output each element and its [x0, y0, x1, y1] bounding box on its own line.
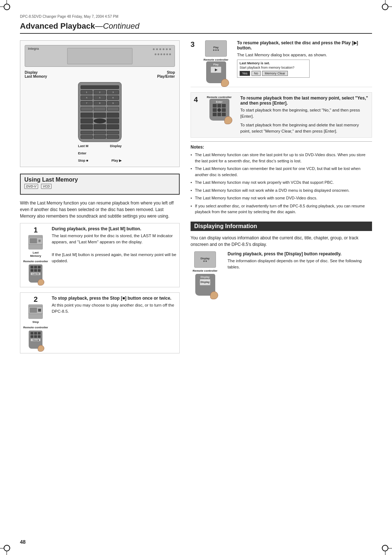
disp-step-row: Display Remote controller Display Displa… — [191, 251, 372, 296]
corner-registration-br — [382, 545, 388, 551]
remote-bottom-btns — [81, 131, 119, 139]
notes-section: Notes: The Last Memory function can stor… — [191, 141, 372, 215]
displaying-info-section: Displaying Information You can display v… — [191, 222, 372, 296]
step-3-body: The Last Memory dialog box appears, as s… — [237, 52, 372, 58]
disp-step-remote: Display Display — [195, 274, 215, 296]
dialog-buttons: Yes No Memory Clear — [240, 71, 307, 76]
corner-registration-tl — [4, 4, 10, 10]
device-dots-row2 — [155, 53, 171, 55]
disp-step-icon-col: Display Remote controller Display Displa… — [191, 251, 220, 296]
step-2-badge: 2 — [34, 296, 38, 303]
disp-step-body: The information displayed depends on the… — [228, 258, 372, 271]
device-logo: Integra — [28, 47, 39, 50]
section-title-main: Advanced Playback — [20, 21, 95, 31]
note-item-2: The Last Memory function can remember th… — [191, 166, 372, 178]
step-2-row: 2 Stop Remote controller — [20, 292, 180, 353]
step-4-body2: To start playback from the beginning and… — [240, 122, 369, 135]
disp-remote-btn: Display — [200, 279, 211, 285]
step-3-play-label: Play — [213, 63, 219, 66]
note-item-6: If you select another disc, or inadverte… — [191, 203, 372, 215]
step-3-remote: Play ▶ — [206, 61, 226, 83]
step-3-finger — [221, 79, 229, 87]
step-4-enter-label: Enter — [216, 101, 222, 103]
step-1-device-icon — [28, 235, 43, 250]
dialog-no-btn[interactable]: No — [252, 71, 261, 76]
displaying-info-intro: You can display various information abou… — [191, 235, 372, 248]
notes-title: Notes: — [191, 145, 372, 150]
remote-wide-btn — [81, 85, 119, 89]
display-right-label: Display — [110, 144, 122, 148]
dialog-text: Start playback from memory location? — [240, 66, 307, 69]
note-item-4: The Last Memory function will not work w… — [191, 187, 372, 194]
step-1-finger — [38, 279, 44, 285]
disp-remote-label: Display — [201, 276, 210, 278]
using-last-memory-intro: With the Last Memory function you can re… — [20, 200, 180, 219]
last-m-label: Last M — [78, 144, 89, 148]
dialog-yes-btn[interactable]: Yes — [240, 71, 250, 76]
device-diagram: Integra Display Last Memory — [20, 40, 180, 167]
step-1-rc-label: Remote controller — [23, 260, 48, 263]
remote-labels: Last M Display — [78, 144, 122, 148]
remote-controller-diagram: 123 456 789 — [25, 82, 175, 162]
disp-step-rc-label: Remote controller — [193, 269, 217, 272]
step-2-device-icon — [28, 304, 43, 319]
note-item-1: The Last Memory function can store the l… — [191, 152, 372, 164]
step-3-row: 3 Play Remote controller Play ▶ — [191, 40, 372, 87]
note-item-3: The Last Memory function may not work pr… — [191, 179, 372, 186]
device-front: Integra — [25, 45, 175, 67]
step-4-finger — [224, 116, 232, 124]
dialog-clear-btn[interactable]: Memory Clear — [262, 71, 288, 76]
step-3-rc-label: Remote controller — [204, 58, 228, 61]
step-2-rc-label: Remote controller — [23, 326, 48, 329]
displaying-info-title: Displaying Information — [191, 222, 372, 231]
step-2-num-col: 2 Stop Remote controller — [23, 296, 48, 350]
page-number: 48 — [20, 539, 26, 545]
vcd-badge: VCD — [41, 184, 52, 189]
device-dots-row1 — [153, 48, 171, 50]
section-title: Advanced Playback—Continued — [20, 21, 372, 34]
remote-labels2: Enter — [78, 151, 122, 155]
note-item-5: The Last Memory function may not work wi… — [191, 195, 372, 201]
display-label: Display Last Memory — [25, 70, 47, 78]
step-3-play-btn: ▶ — [211, 66, 221, 73]
steps-area: 1 LastMemory Remote controller — [20, 223, 180, 353]
step-1-title: During playback, press the [Last M] butt… — [52, 226, 176, 231]
step-4-row: 4 Remote controller Enter — [191, 92, 372, 138]
step-2-body: At this point you may choose to play ano… — [52, 302, 176, 315]
remote-body: 123 456 789 — [78, 82, 122, 142]
step-3-device-img: Play — [205, 40, 227, 57]
step-3-num: 3 — [191, 40, 198, 83]
step-4-num: 4 — [194, 96, 201, 134]
using-last-memory-title: Using Last Memory — [24, 177, 175, 183]
remote-labels3: Stop ■ Play ▶ — [78, 159, 122, 162]
stop-bottom-label: Stop ■ — [78, 159, 88, 162]
disp-step-finger — [210, 291, 218, 299]
step-4-content: To resume playback from the last memory … — [237, 96, 369, 134]
section-title-cont: —Continued — [95, 21, 139, 31]
corner-registration-tr — [382, 4, 388, 10]
remote-btn-grid1: 123 456 789 — [81, 90, 119, 105]
disp-device-img: Display — [194, 251, 216, 268]
step-1-remote-icon: Last M — [29, 264, 42, 283]
remote-nav — [81, 113, 119, 129]
step-4-icon-col: Remote controller Enter — [205, 96, 234, 134]
format-badges: DVD-V VCD — [24, 184, 175, 189]
step-1-device-label: LastMemory — [30, 251, 41, 258]
stop-play-label: Stop Play/Enter — [157, 70, 175, 78]
step-1-body: The last memory point for the disc is st… — [52, 233, 176, 264]
device-labels: Display Last Memory Stop Play/Enter — [25, 70, 175, 78]
remote-btn-grid2 — [81, 107, 119, 111]
play-label: Play ▶ — [111, 159, 122, 162]
step-1-num-col: 1 LastMemory Remote controller — [23, 226, 48, 284]
enter-label: Enter — [78, 151, 86, 155]
notes-list: The Last Memory function can store the l… — [191, 152, 372, 215]
step-2-title: To stop playback, press the Stop [■] but… — [52, 296, 176, 301]
step-3-icon-col: Play Remote controller Play ▶ — [201, 40, 230, 83]
step-2-rc-btn-display: Stop ■ — [30, 339, 41, 341]
svg-point-3 — [39, 240, 40, 242]
disp-step-title: During playback, press the [Display] but… — [228, 251, 372, 256]
step-2-remote-icon: Stop ■ — [29, 331, 42, 349]
dvd-badge: DVD-V — [24, 184, 38, 189]
step-1-content: During playback, press the [Last M] butt… — [52, 226, 176, 284]
step-2-content: To stop playback, press the Stop [■] but… — [52, 296, 176, 350]
